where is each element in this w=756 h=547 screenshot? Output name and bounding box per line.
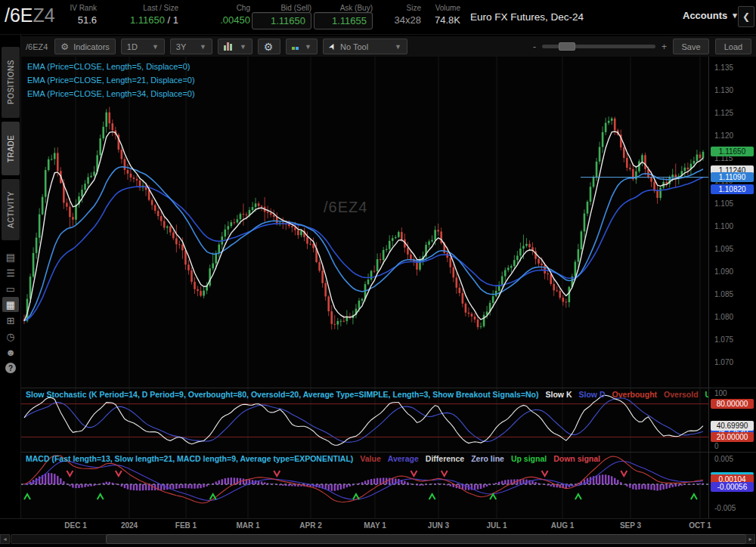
iv-rank-label: IV Rank — [45, 4, 97, 12]
stoch-legend-slow-d: Slow D — [579, 390, 606, 399]
size-value: 34x28 — [382, 14, 421, 26]
time-axis-label: SEP 3 — [620, 521, 641, 530]
time-axis-label: AUG 1 — [551, 521, 575, 530]
macd-histogram — [23, 473, 704, 491]
scroll-right-button[interactable]: ▸ — [745, 534, 755, 544]
macd-legend-down-signal: Down signal — [553, 454, 600, 463]
last-size-label: Last / Size — [106, 4, 178, 12]
study-labels: EMA (Price=CLOSE, Length=5, Displace=0)E… — [27, 60, 195, 100]
chg-value: .00450 — [200, 14, 250, 26]
orders-icon[interactable]: ▤ — [2, 249, 19, 264]
indicators-button[interactable]: ⚙︎ Indicators — [54, 39, 115, 54]
macd-axis[interactable]: 0.005-0.0050.00104-0.00056 — [708, 452, 756, 518]
down-signal-arrow — [67, 471, 73, 476]
save-button[interactable]: Save — [673, 39, 709, 54]
zoom-slider[interactable] — [542, 45, 655, 48]
ask-button[interactable]: 1.11655 — [314, 12, 373, 29]
chart-settings-button[interactable]: ⚙ — [258, 39, 280, 54]
chevron-down-icon: ▼ — [395, 43, 401, 51]
chart-type-dropdown[interactable]: ▼ — [218, 39, 253, 54]
price-bubble: 1.10820 — [711, 184, 754, 194]
stoch-legend-slow-k: Slow K — [546, 390, 572, 399]
up-signal-arrow — [575, 494, 581, 499]
time-axis-label: JUL 1 — [486, 521, 507, 530]
macd-legend: ValueAverageDifferenceZero lineUp signal… — [360, 454, 600, 463]
zoom-out-button[interactable]: - — [533, 42, 536, 52]
history-icon[interactable]: ◷ — [2, 329, 19, 344]
stochastic-panel[interactable]: Slow Stochastic (K Period=14, D Period=9… — [21, 388, 708, 452]
iv-rank-value: 51.6 — [45, 14, 97, 26]
price-axis-tick: 1.105 — [714, 199, 733, 208]
last-size-value: 1.11650 / 1 — [106, 14, 178, 26]
chevron-left-icon: ❮ — [742, 11, 750, 22]
sidebar-tab-activity[interactable]: ACTIVITY — [2, 179, 20, 240]
up-signal-arrow — [353, 494, 359, 499]
price-axis-tick: 1.120 — [714, 131, 733, 140]
arrow-right-icon: ▸ — [748, 536, 751, 542]
price-axis-tick: 1.135 — [714, 63, 733, 72]
macd-legend-difference: Difference — [426, 454, 464, 463]
bid-label: Bid (Sell) — [252, 4, 311, 12]
timeframe-dropdown[interactable]: 1D▼ — [121, 39, 165, 54]
help-icon[interactable]: ? — [5, 363, 16, 373]
sidebar-tab-positions[interactable]: POSITIONS — [2, 47, 20, 118]
range-dropdown[interactable]: 3Y▼ — [170, 39, 212, 54]
macd-legend-value: Value — [360, 454, 380, 463]
apps-grid-icon[interactable]: ⊞ — [2, 313, 19, 328]
price-bubble: 1.11650 — [711, 147, 754, 156]
stoch-axis-label: 0 — [714, 442, 719, 450]
accounts-dropdown[interactable]: Accounts ▾ — [683, 10, 737, 21]
ema21-line — [24, 167, 703, 321]
macd-study-label[interactable]: MACD (Fast length=13, Slow length=21, MA… — [26, 454, 353, 463]
stoch-bubble: 80.00000 — [711, 399, 754, 409]
up-signal-arrow — [691, 494, 697, 499]
price-axis-tick: 1.100 — [714, 222, 733, 230]
price-chart-panel[interactable]: EMA (Price=CLOSE, Length=5, Displace=0)E… — [21, 57, 708, 388]
layout-grid-dropdown[interactable]: ▼ — [286, 39, 318, 54]
indicators-label: Indicators — [73, 42, 110, 51]
time-axis[interactable]: DEC 12024FEB 1MAR 1APR 2MAY 1JUN 3JUL 1A… — [0, 518, 756, 531]
time-axis-label: FEB 1 — [175, 521, 197, 530]
watchlist-icon[interactable]: ☰ — [2, 265, 19, 280]
time-axis-label: JUN 3 — [428, 521, 449, 530]
stochastic-study-label[interactable]: Slow Stochastic (K Period=14, D Period=9… — [26, 390, 539, 399]
macd-axis-label: -0.005 — [714, 504, 736, 512]
up-signal-arrow — [98, 494, 104, 499]
chevron-down-icon: ▾ — [733, 11, 737, 20]
zoom-in-button[interactable]: + — [662, 42, 667, 52]
zoom-slider-thumb[interactable] — [559, 42, 575, 51]
chart-icon[interactable]: ▦ — [2, 297, 19, 312]
scrollbar-thumb[interactable] — [106, 534, 747, 544]
load-button[interactable]: Load — [715, 39, 751, 54]
toolbar-symbol-label: /6EZ4 — [26, 42, 48, 51]
time-axis-label: MAY 1 — [364, 521, 386, 530]
stochastic-axis[interactable]: 100028.1263080.0000020.0000040.69990 — [708, 388, 756, 452]
chg-label: Chg — [200, 4, 250, 12]
ema-study-label-2[interactable]: EMA (Price=CLOSE, Length=21, Displace=0) — [27, 73, 195, 87]
quote-header: /6EZ4 IV Rank 51.6 Last / Size 1.11650 /… — [0, 0, 756, 35]
ema-study-label-3[interactable]: EMA (Price=CLOSE, Length=34, Displace=0) — [27, 87, 195, 100]
symbol-root: /6E — [5, 5, 33, 26]
drawing-tool-dropdown[interactable]: ➤ No Tool ▼ — [323, 39, 407, 54]
stoch-axis-label: 100 — [714, 389, 727, 397]
collapse-panel-button[interactable]: ❮ — [738, 6, 754, 27]
volume-label: Volume — [426, 4, 460, 12]
stoch-legend-up-signal: Up Signal — [705, 390, 708, 399]
symbol-watermark: /6EZ4 — [324, 199, 367, 216]
time-axis-label: 2024 — [121, 521, 138, 530]
screener-icon[interactable]: ▭ — [2, 281, 19, 296]
ema-study-label-1[interactable]: EMA (Price=CLOSE, Length=5, Displace=0) — [27, 60, 195, 73]
price-axis-tick: 1.080 — [714, 313, 733, 321]
macd-panel[interactable]: MACD (Fast length=13, Slow length=21, MA… — [21, 452, 708, 518]
sidebar-tabs: POSITIONSTRADEACTIVITY — [0, 47, 21, 240]
scroll-left-button[interactable]: ◂ — [0, 534, 10, 544]
price-axis-tick: 1.095 — [714, 245, 733, 253]
macd-legend-average: Average — [388, 454, 419, 463]
sidebar-tab-trade[interactable]: TRADE — [2, 122, 20, 175]
chart-scrollbar: ◂ ▸ — [0, 531, 756, 547]
price-axis[interactable]: 1.1351.1301.1251.1201.1151.1101.1051.100… — [708, 57, 756, 388]
community-icon[interactable]: ☻ — [2, 345, 19, 360]
flask-icon: ⚙︎ — [60, 42, 69, 52]
down-signal-arrow — [621, 471, 627, 476]
bid-button[interactable]: 1.11650 — [252, 12, 311, 29]
